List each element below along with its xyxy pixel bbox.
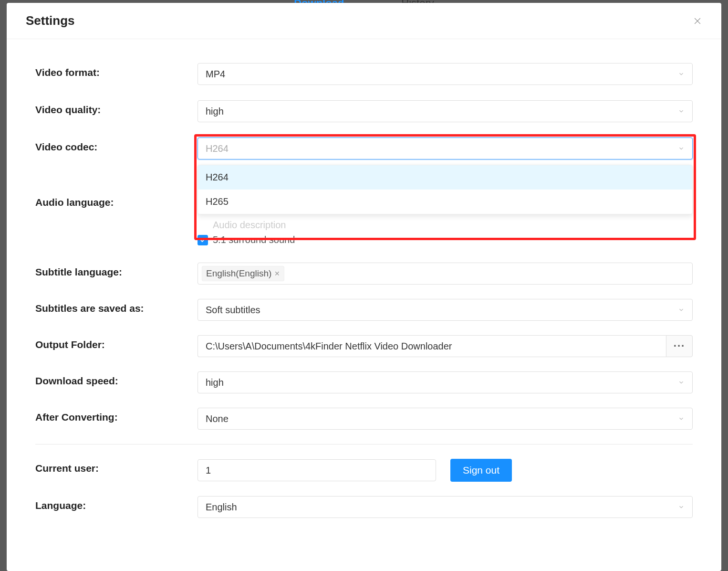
label-after-converting: After Converting: [35, 408, 198, 423]
close-icon[interactable] [693, 16, 702, 26]
row-download-speed: Download speed: high [35, 371, 693, 393]
modal-header: Settings [7, 3, 721, 39]
select-video-format[interactable]: MP4 [198, 63, 693, 85]
row-video-format: Video format: MP4 [35, 63, 693, 85]
select-value: high [206, 377, 224, 388]
dropdown-option-h264[interactable]: H264 [198, 165, 692, 190]
label-audio-language: Audio language: [35, 164, 198, 208]
select-value: MP4 [206, 69, 225, 80]
row-surround: 5.1 surround sound [198, 234, 693, 245]
chevron-down-icon [678, 71, 685, 77]
label-language: Language: [35, 496, 198, 511]
row-output-folder: Output Folder: ··· [35, 335, 693, 357]
tag-subtitle-english: English(English) ✕ [202, 266, 284, 281]
label-output-folder: Output Folder: [35, 335, 198, 350]
input-current-user[interactable] [198, 459, 436, 481]
chevron-down-icon [678, 379, 685, 386]
select-video-quality[interactable]: high [198, 100, 693, 122]
label-video-quality: Video quality: [35, 100, 198, 116]
tag-remove-icon[interactable]: ✕ [274, 270, 280, 277]
modal-body: Video format: MP4 Video quality: high Vi… [7, 39, 721, 537]
select-value: Soft subtitles [206, 305, 260, 316]
select-value: None [206, 413, 229, 424]
chevron-down-icon [678, 504, 685, 510]
label-subtitles-saved-as: Subtitles are saved as: [35, 299, 198, 314]
label-download-speed: Download speed: [35, 371, 198, 387]
label-subtitle-language: Subtitle language: [35, 263, 198, 278]
divider [35, 444, 693, 444]
label-video-codec: Video codec: [35, 137, 198, 153]
select-value: English [206, 502, 237, 513]
row-current-user: Current user: Sign out [35, 459, 693, 482]
modal-title: Settings [26, 13, 75, 28]
chevron-down-icon [678, 415, 685, 422]
dropdown-video-codec: H264 H265 [198, 165, 693, 214]
select-value: high [206, 106, 224, 117]
sign-out-button[interactable]: Sign out [450, 459, 512, 482]
surround-label: 5.1 surround sound [213, 234, 295, 245]
select-value: H264 [206, 143, 229, 154]
settings-modal: Settings Video format: MP4 Video quality… [7, 3, 721, 571]
row-subtitle-language: Subtitle language: English(English) ✕ [35, 263, 693, 285]
tag-label: English(English) [206, 268, 271, 279]
dropdown-option-h265[interactable]: H265 [198, 190, 692, 214]
select-video-codec[interactable]: H264 [198, 137, 693, 159]
label-video-format: Video format: [35, 63, 198, 78]
row-video-quality: Video quality: high [35, 100, 693, 122]
chevron-down-icon [678, 108, 685, 115]
select-subtitles-saved-as[interactable]: Soft subtitles [198, 299, 693, 321]
row-language: Language: English [35, 496, 693, 518]
row-audio-description: Audio description [198, 220, 693, 231]
select-download-speed[interactable]: high [198, 371, 693, 393]
chevron-down-icon [678, 307, 685, 313]
select-after-converting[interactable]: None [198, 408, 693, 430]
label-current-user: Current user: [35, 459, 198, 474]
input-output-folder[interactable] [198, 335, 666, 357]
select-subtitle-language[interactable]: English(English) ✕ [198, 263, 693, 285]
browse-button[interactable]: ··· [666, 335, 693, 357]
row-subtitles-saved-as: Subtitles are saved as: Soft subtitles [35, 299, 693, 321]
audio-description-label: Audio description [213, 220, 286, 231]
checkbox-surround[interactable] [198, 235, 208, 245]
row-after-converting: After Converting: None [35, 408, 693, 430]
row-video-codec: Video codec: H264 H264 H265 [35, 137, 693, 159]
chevron-down-icon [678, 145, 685, 152]
select-language[interactable]: English [198, 496, 693, 518]
